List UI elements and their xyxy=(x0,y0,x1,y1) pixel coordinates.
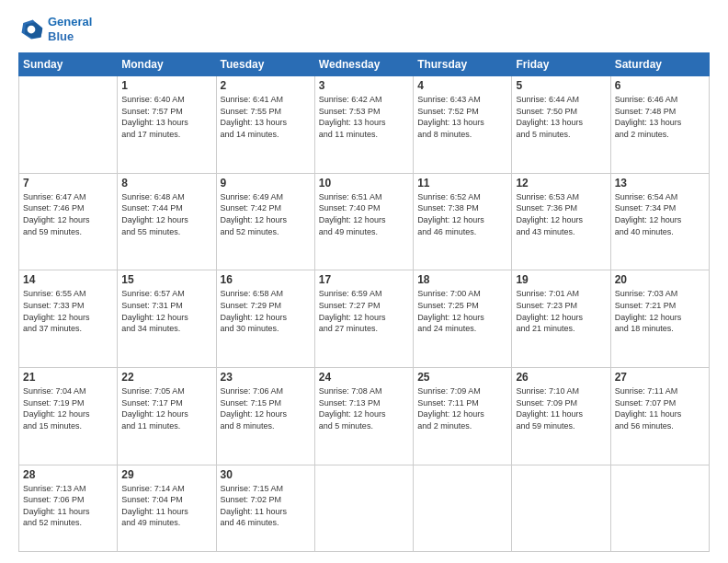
cell-text: Sunrise: 7:11 AMSunset: 7:07 PMDaylight:… xyxy=(615,385,705,431)
day-number: 1 xyxy=(121,79,211,92)
cell-text: Sunrise: 7:08 AMSunset: 7:13 PMDaylight:… xyxy=(319,385,409,431)
calendar-cell xyxy=(414,465,512,552)
calendar-cell: 26Sunrise: 7:10 AMSunset: 7:09 PMDayligh… xyxy=(512,367,610,465)
cell-text: Sunrise: 6:46 AMSunset: 7:48 PMDaylight:… xyxy=(615,94,705,140)
day-number: 9 xyxy=(221,177,311,190)
cell-text: Sunrise: 6:47 AMSunset: 7:46 PMDaylight:… xyxy=(23,191,113,237)
cell-text: Sunrise: 7:00 AMSunset: 7:25 PMDaylight:… xyxy=(417,288,507,334)
calendar-cell: 21Sunrise: 7:04 AMSunset: 7:19 PMDayligh… xyxy=(19,367,118,465)
weekday-header-sunday: Sunday xyxy=(19,53,118,76)
weekday-header-row: SundayMondayTuesdayWednesdayThursdayFrid… xyxy=(19,53,710,76)
cell-text: Sunrise: 6:49 AMSunset: 7:42 PMDaylight:… xyxy=(221,191,311,237)
week-row-3: 21Sunrise: 7:04 AMSunset: 7:19 PMDayligh… xyxy=(19,367,710,465)
calendar-cell: 28Sunrise: 7:13 AMSunset: 7:06 PMDayligh… xyxy=(19,465,118,552)
calendar-cell xyxy=(610,465,709,552)
day-number: 15 xyxy=(121,273,211,286)
day-number: 12 xyxy=(516,177,606,190)
cell-text: Sunrise: 6:54 AMSunset: 7:34 PMDaylight:… xyxy=(615,191,705,237)
cell-text: Sunrise: 7:15 AMSunset: 7:02 PMDaylight:… xyxy=(221,483,311,529)
calendar-table: SundayMondayTuesdayWednesdayThursdayFrid… xyxy=(18,52,710,552)
cell-text: Sunrise: 7:13 AMSunset: 7:06 PMDaylight:… xyxy=(23,483,113,529)
calendar-cell: 10Sunrise: 6:51 AMSunset: 7:40 PMDayligh… xyxy=(314,173,413,270)
cell-text: Sunrise: 6:55 AMSunset: 7:33 PMDaylight:… xyxy=(23,288,113,334)
day-number: 19 xyxy=(516,273,606,286)
cell-text: Sunrise: 6:52 AMSunset: 7:38 PMDaylight:… xyxy=(417,191,507,237)
day-number: 29 xyxy=(121,468,211,481)
calendar-cell: 15Sunrise: 6:57 AMSunset: 7:31 PMDayligh… xyxy=(118,270,216,368)
day-number: 27 xyxy=(615,371,705,384)
week-row-2: 14Sunrise: 6:55 AMSunset: 7:33 PMDayligh… xyxy=(19,270,710,368)
calendar-cell: 27Sunrise: 7:11 AMSunset: 7:07 PMDayligh… xyxy=(610,367,709,465)
cell-text: Sunrise: 7:10 AMSunset: 7:09 PMDaylight:… xyxy=(516,385,606,431)
calendar-cell: 19Sunrise: 7:01 AMSunset: 7:23 PMDayligh… xyxy=(512,270,610,368)
calendar-cell: 3Sunrise: 6:42 AMSunset: 7:53 PMDaylight… xyxy=(314,76,413,174)
calendar-cell: 9Sunrise: 6:49 AMSunset: 7:42 PMDaylight… xyxy=(216,173,314,270)
calendar-cell: 22Sunrise: 7:05 AMSunset: 7:17 PMDayligh… xyxy=(118,367,216,465)
calendar-cell: 13Sunrise: 6:54 AMSunset: 7:34 PMDayligh… xyxy=(610,173,709,270)
week-row-4: 28Sunrise: 7:13 AMSunset: 7:06 PMDayligh… xyxy=(19,465,710,552)
cell-text: Sunrise: 6:58 AMSunset: 7:29 PMDaylight:… xyxy=(221,288,311,334)
cell-text: Sunrise: 6:44 AMSunset: 7:50 PMDaylight:… xyxy=(516,94,606,140)
calendar-cell xyxy=(19,76,118,174)
day-number: 7 xyxy=(23,177,113,190)
calendar-cell xyxy=(314,465,413,552)
cell-text: Sunrise: 6:43 AMSunset: 7:52 PMDaylight:… xyxy=(417,94,507,140)
day-number: 2 xyxy=(221,79,311,92)
week-row-0: 1Sunrise: 6:40 AMSunset: 7:57 PMDaylight… xyxy=(19,76,710,174)
cell-text: Sunrise: 6:40 AMSunset: 7:57 PMDaylight:… xyxy=(121,94,211,140)
logo: General Blue xyxy=(18,15,92,43)
calendar-cell: 14Sunrise: 6:55 AMSunset: 7:33 PMDayligh… xyxy=(19,270,118,368)
day-number: 23 xyxy=(221,371,311,384)
cell-text: Sunrise: 6:41 AMSunset: 7:55 PMDaylight:… xyxy=(221,94,311,140)
calendar-cell: 2Sunrise: 6:41 AMSunset: 7:55 PMDaylight… xyxy=(216,76,314,174)
calendar-cell: 7Sunrise: 6:47 AMSunset: 7:46 PMDaylight… xyxy=(19,173,118,270)
cell-text: Sunrise: 7:04 AMSunset: 7:19 PMDaylight:… xyxy=(23,385,113,431)
calendar-cell: 8Sunrise: 6:48 AMSunset: 7:44 PMDaylight… xyxy=(118,173,216,270)
cell-text: Sunrise: 7:06 AMSunset: 7:15 PMDaylight:… xyxy=(221,385,311,431)
day-number: 4 xyxy=(417,79,507,92)
weekday-header-saturday: Saturday xyxy=(610,53,709,76)
calendar-cell: 24Sunrise: 7:08 AMSunset: 7:13 PMDayligh… xyxy=(314,367,413,465)
cell-text: Sunrise: 6:53 AMSunset: 7:36 PMDaylight:… xyxy=(516,191,606,237)
day-number: 28 xyxy=(23,468,113,481)
cell-text: Sunrise: 6:57 AMSunset: 7:31 PMDaylight:… xyxy=(121,288,211,334)
calendar-cell xyxy=(512,465,610,552)
day-number: 30 xyxy=(221,468,311,481)
cell-text: Sunrise: 6:42 AMSunset: 7:53 PMDaylight:… xyxy=(319,94,409,140)
day-number: 11 xyxy=(417,177,507,190)
cell-text: Sunrise: 6:48 AMSunset: 7:44 PMDaylight:… xyxy=(121,191,211,237)
calendar-cell: 17Sunrise: 6:59 AMSunset: 7:27 PMDayligh… xyxy=(314,270,413,368)
weekday-header-thursday: Thursday xyxy=(414,53,512,76)
weekday-header-tuesday: Tuesday xyxy=(216,53,314,76)
day-number: 20 xyxy=(615,273,705,286)
calendar-cell: 30Sunrise: 7:15 AMSunset: 7:02 PMDayligh… xyxy=(216,465,314,552)
cell-text: Sunrise: 7:05 AMSunset: 7:17 PMDaylight:… xyxy=(121,385,211,431)
cell-text: Sunrise: 7:03 AMSunset: 7:21 PMDaylight:… xyxy=(615,288,705,334)
week-row-1: 7Sunrise: 6:47 AMSunset: 7:46 PMDaylight… xyxy=(19,173,710,270)
day-number: 3 xyxy=(319,79,409,92)
calendar-cell: 29Sunrise: 7:14 AMSunset: 7:04 PMDayligh… xyxy=(118,465,216,552)
logo-icon xyxy=(18,17,44,42)
calendar-cell: 25Sunrise: 7:09 AMSunset: 7:11 PMDayligh… xyxy=(414,367,512,465)
logo-text: General Blue xyxy=(48,15,92,43)
calendar-cell: 12Sunrise: 6:53 AMSunset: 7:36 PMDayligh… xyxy=(512,173,610,270)
calendar-cell: 6Sunrise: 6:46 AMSunset: 7:48 PMDaylight… xyxy=(610,76,709,174)
day-number: 25 xyxy=(417,371,507,384)
calendar-cell: 5Sunrise: 6:44 AMSunset: 7:50 PMDaylight… xyxy=(512,76,610,174)
day-number: 10 xyxy=(319,177,409,190)
calendar-cell: 20Sunrise: 7:03 AMSunset: 7:21 PMDayligh… xyxy=(610,270,709,368)
cell-text: Sunrise: 6:51 AMSunset: 7:40 PMDaylight:… xyxy=(319,191,409,237)
day-number: 24 xyxy=(319,371,409,384)
cell-text: Sunrise: 7:01 AMSunset: 7:23 PMDaylight:… xyxy=(516,288,606,334)
svg-point-3 xyxy=(28,25,36,33)
cell-text: Sunrise: 7:14 AMSunset: 7:04 PMDaylight:… xyxy=(121,483,211,529)
day-number: 8 xyxy=(121,177,211,190)
weekday-header-monday: Monday xyxy=(118,53,216,76)
day-number: 14 xyxy=(23,273,113,286)
calendar-cell: 23Sunrise: 7:06 AMSunset: 7:15 PMDayligh… xyxy=(216,367,314,465)
calendar-cell: 4Sunrise: 6:43 AMSunset: 7:52 PMDaylight… xyxy=(414,76,512,174)
cell-text: Sunrise: 6:59 AMSunset: 7:27 PMDaylight:… xyxy=(319,288,409,334)
day-number: 13 xyxy=(615,177,705,190)
day-number: 18 xyxy=(417,273,507,286)
calendar-cell: 16Sunrise: 6:58 AMSunset: 7:29 PMDayligh… xyxy=(216,270,314,368)
